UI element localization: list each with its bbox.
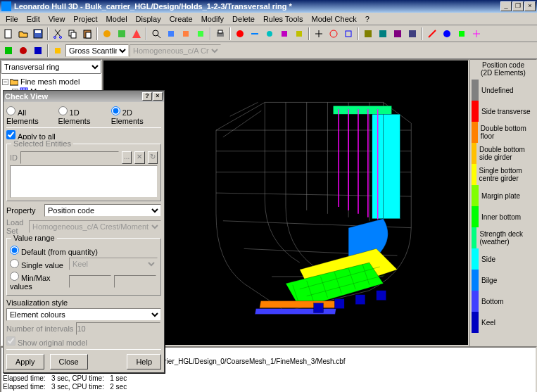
svg-rect-33 — [55, 48, 61, 53]
paste-icon[interactable] — [80, 27, 94, 41]
tool-icon[interactable] — [179, 27, 193, 41]
tool-icon[interactable] — [376, 27, 390, 41]
dialog-help-icon[interactable]: ? — [142, 92, 152, 101]
loadset-select[interactable]: Homogeneous_c/A Crest/Moment — [29, 220, 161, 233]
tree-root[interactable]: − Fine mesh model — [2, 77, 100, 87]
svg-rect-29 — [459, 31, 465, 37]
menu-display[interactable]: Display — [132, 14, 165, 24]
delete-button[interactable]: ✕ — [134, 151, 144, 164]
svg-rect-2 — [35, 30, 41, 33]
radio-2d-elements[interactable]: 2D Elements — [111, 106, 161, 125]
legend-swatch — [472, 101, 479, 122]
max-input[interactable] — [114, 275, 156, 288]
tool-icon[interactable] — [292, 27, 306, 41]
intervals-label: Number of intervals — [6, 324, 73, 333]
new-icon[interactable] — [1, 27, 15, 41]
tool-icon[interactable] — [312, 27, 326, 41]
open-icon[interactable] — [16, 27, 30, 41]
tool-icon[interactable] — [277, 27, 291, 41]
tool-icon[interactable] — [233, 27, 247, 41]
copy-icon[interactable] — [65, 27, 80, 41]
radio-single-value[interactable]: Single value — [10, 259, 66, 270]
svg-rect-6 — [71, 32, 76, 38]
radio-1d-elements[interactable]: 1D Elements — [58, 106, 108, 125]
property-select[interactable]: Position code — [44, 204, 161, 217]
menu-file[interactable]: File — [1, 14, 23, 24]
show-original-checkbox[interactable]: Show original model — [6, 336, 87, 347]
tool-icon[interactable] — [129, 27, 144, 41]
svg-rect-16 — [218, 30, 222, 33]
check-view-dialog: Check View ? × All Elements 1D Elements … — [3, 90, 165, 373]
tool-icon[interactable] — [469, 27, 484, 41]
legend-swatch — [472, 270, 479, 291]
radio-default[interactable]: Default (from quantity) — [10, 246, 98, 256]
svg-rect-36 — [384, 114, 400, 219]
tool-icon[interactable] — [341, 27, 355, 41]
menu-rules-tools[interactable]: Rules Tools — [259, 14, 308, 24]
single-value-select[interactable]: Keel — [69, 258, 158, 270]
menu-help[interactable]: ? — [361, 14, 374, 24]
tool-icon[interactable] — [194, 27, 208, 41]
scantlings-combo[interactable]: Gross Scantlings — [65, 44, 129, 57]
tool-icon[interactable] — [327, 27, 341, 41]
tool-icon[interactable] — [440, 27, 454, 41]
load-case-combo[interactable]: Homogeneous_c/A Crest/Moment — [129, 44, 221, 57]
tool-icon[interactable] — [263, 27, 277, 41]
tool-icon[interactable] — [361, 27, 375, 41]
tool-icon[interactable] — [16, 44, 30, 58]
cut-icon[interactable] — [51, 27, 65, 41]
help-button[interactable]: Help — [127, 354, 161, 369]
tool-icon[interactable] — [455, 27, 469, 41]
print-icon[interactable] — [213, 27, 227, 41]
apply-button[interactable]: Apply — [6, 354, 44, 369]
menu-edit[interactable]: Edit — [23, 14, 44, 24]
tool-icon[interactable] — [425, 27, 439, 41]
tool-icon[interactable] — [51, 44, 65, 58]
menu-create[interactable]: Create — [165, 14, 197, 24]
minimize-button[interactable]: _ — [500, 1, 512, 11]
refresh-button[interactable]: ↻ — [148, 151, 158, 164]
close-button[interactable]: × — [524, 1, 536, 11]
legend-label: Double bottom floor — [481, 125, 535, 140]
radio-minmax[interactable]: Min/Max values — [10, 272, 66, 291]
tool-icon[interactable] — [31, 44, 45, 58]
id-input[interactable] — [20, 151, 119, 164]
tool-icon[interactable] — [405, 27, 419, 41]
model-combo[interactable]: Transversal ring — [1, 60, 101, 74]
dialog-close-icon[interactable]: × — [153, 92, 163, 101]
svg-rect-30 — [5, 47, 12, 54]
radio-all-elements[interactable]: All Elements — [6, 106, 56, 125]
tool-icon[interactable] — [100, 27, 114, 41]
viz-style-select[interactable]: Element colours — [6, 308, 161, 321]
tool-icon[interactable] — [248, 27, 262, 41]
menu-modify[interactable]: Modify — [197, 14, 228, 24]
legend-label: Side transverse — [481, 108, 530, 115]
legend-label: Undefined — [481, 87, 514, 94]
legend-item: Inner bottom — [472, 206, 535, 227]
svg-point-3 — [54, 36, 56, 38]
svg-rect-24 — [365, 30, 372, 37]
menu-model[interactable]: Model — [102, 14, 132, 24]
tool-icon[interactable] — [1, 44, 15, 58]
menu-delete[interactable]: Delete — [228, 14, 259, 24]
menu-model-check[interactable]: Model Check — [308, 14, 361, 24]
menu-view[interactable]: View — [44, 14, 70, 24]
tool-icon[interactable] — [115, 27, 129, 41]
entities-listbox[interactable] — [10, 165, 158, 198]
min-input[interactable] — [69, 275, 111, 288]
svg-point-31 — [20, 47, 27, 54]
svg-rect-55 — [355, 295, 365, 305]
svg-rect-8 — [86, 32, 91, 38]
collapse-icon[interactable]: − — [2, 79, 8, 85]
maximize-button[interactable]: ❐ — [512, 1, 524, 11]
menu-project[interactable]: Project — [69, 14, 101, 24]
svg-rect-21 — [296, 31, 302, 37]
close-button[interactable]: Close — [50, 354, 88, 369]
tool-icon[interactable] — [164, 27, 178, 41]
save-icon[interactable] — [31, 27, 45, 41]
browse-button[interactable]: ... — [122, 151, 132, 164]
intervals-input[interactable] — [76, 322, 160, 335]
tool-icon[interactable] — [391, 27, 405, 41]
svg-rect-18 — [251, 33, 258, 34]
zoom-icon[interactable] — [149, 27, 163, 41]
